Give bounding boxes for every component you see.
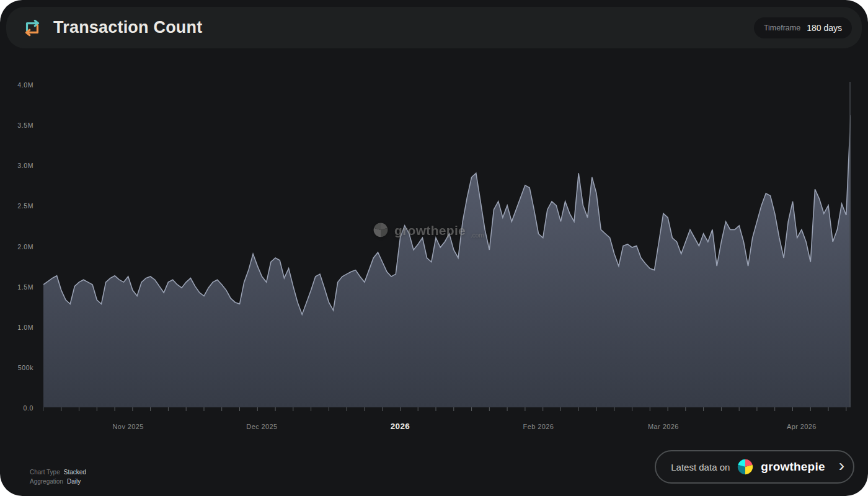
aggregation-row: Aggregation Daily (30, 477, 86, 486)
x-axis-label: Mar 2026 (648, 423, 679, 430)
x-axis-label: Nov 2025 (113, 423, 144, 430)
x-axis-label: 2026 (391, 422, 410, 431)
y-axis-label: 0.0 (0, 404, 33, 412)
x-axis: Nov 2025Dec 20252026Feb 2026Mar 2026Apr … (0, 423, 868, 438)
y-axis-label: 4.0M (0, 81, 33, 89)
x-axis-ticks (43, 407, 846, 411)
area-chart: 4.0M3.5M3.0M2.5M2.0M1.5M1.0M500k0.0 Nov … (0, 0, 868, 496)
cta-prefix: Latest data on (671, 462, 730, 472)
y-axis-label: 500k (0, 364, 33, 371)
y-axis-label: 2.5M (0, 202, 33, 210)
chart-meta: Chart Type Stacked Aggregation Daily (30, 467, 86, 486)
watermark-text: growthepie (394, 223, 466, 238)
growthepie-logo-icon (736, 457, 755, 477)
y-axis: 4.0M3.5M3.0M2.5M2.0M1.5M1.0M500k0.0 (0, 74, 37, 415)
aggregation-label: Aggregation (30, 477, 63, 486)
y-axis-label: 3.0M (0, 162, 33, 169)
x-axis-label: Apr 2026 (787, 423, 817, 430)
aggregation-value: Daily (67, 477, 81, 486)
watermark-suffix: .com (471, 232, 484, 241)
growthepie-logo-icon (372, 221, 389, 241)
y-axis-label: 3.5M (0, 122, 33, 129)
y-axis-label: 1.0M (0, 324, 33, 331)
chart-type-row: Chart Type Stacked (30, 467, 86, 477)
watermark: growthepie .com (372, 221, 484, 241)
area-series (43, 115, 851, 408)
y-axis-label: 1.5M (0, 283, 33, 291)
cta-brand: growthepie (761, 460, 825, 474)
latest-data-button[interactable]: Latest data on growthepie › (655, 450, 854, 484)
chart-type-label: Chart Type (30, 467, 60, 477)
chart-canvas[interactable] (43, 74, 851, 417)
chevron-right-icon: › (839, 466, 844, 469)
widget-container: Transaction Count Timeframe 180 days 4.0… (0, 0, 868, 496)
chart-type-value: Stacked (64, 467, 86, 477)
y-axis-label: 2.0M (0, 243, 33, 250)
x-axis-label: Dec 2025 (246, 423, 277, 430)
x-axis-label: Feb 2026 (523, 423, 554, 430)
